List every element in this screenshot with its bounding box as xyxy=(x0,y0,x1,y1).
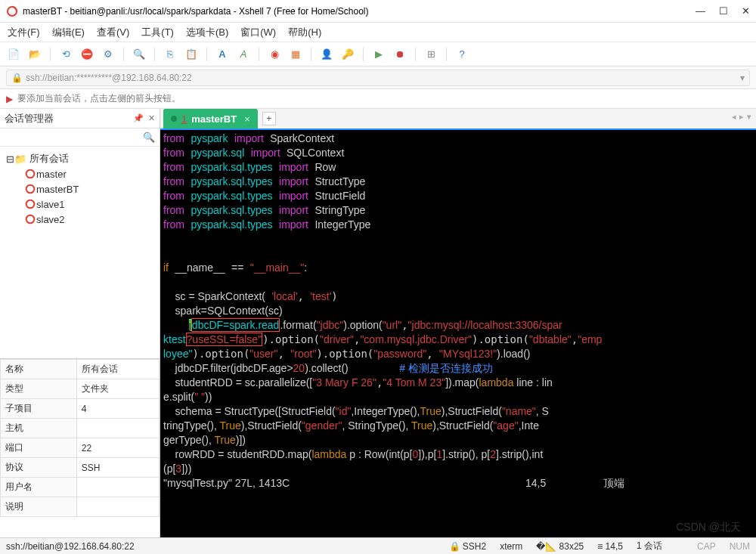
tree-root[interactable]: ⊟ 📁 所有会话 xyxy=(3,151,156,166)
menubar: 文件(F) 编辑(E) 查看(V) 工具(T) 选项卡(B) 窗口(W) 帮助(… xyxy=(0,23,756,42)
prop-row: 主机 xyxy=(1,419,160,438)
session-manager-header: 会话管理器 📌 ✕ xyxy=(0,109,160,128)
toolbar: 📄 📂 ⟲ ⛔ ⚙ 🔍 ⎘ 📋 A A ◉ ▦ 👤 🔑 ▶ ⏺ ⊞ ? xyxy=(0,42,756,67)
search-icon[interactable]: 🔍 xyxy=(132,47,147,62)
session-tree: ⊟ 📁 所有会话 master masterBT slave1 slave2 xyxy=(0,147,160,358)
menu-tabs[interactable]: 选项卡(B) xyxy=(186,26,228,39)
session-icon xyxy=(24,198,36,210)
grid-icon[interactable]: ▦ xyxy=(288,47,303,62)
sidebar: 会话管理器 📌 ✕ 🔍 ⊟ 📁 所有会话 master masterBT xyxy=(0,109,160,537)
color-icon[interactable]: A xyxy=(236,47,251,62)
collapse-icon: ⊟ xyxy=(6,153,14,165)
session-manager-title: 会话管理器 xyxy=(5,112,54,125)
addressbar: 🔒 ssh://beitian:**********@192.168.64.80… xyxy=(0,67,756,89)
hint-text: 要添加当前会话，点击左侧的箭头按钮。 xyxy=(17,92,181,105)
prop-row: 协议SSH xyxy=(1,458,160,478)
key-icon[interactable]: 🔑 xyxy=(340,47,355,62)
tab-menu-icon[interactable]: ▾ xyxy=(747,112,751,122)
prop-row: 端口22 xyxy=(1,438,160,458)
app-icon xyxy=(6,5,18,17)
status-num: NUM xyxy=(730,541,750,552)
open-icon[interactable]: 📂 xyxy=(27,47,42,62)
user-icon[interactable]: 👤 xyxy=(319,47,334,62)
tab-next-icon[interactable]: ▸ xyxy=(739,112,744,122)
lock-icon: 🔒 xyxy=(11,73,23,83)
svg-point-4 xyxy=(26,215,35,224)
session-item[interactable]: slave1 xyxy=(3,197,156,212)
tab-status-icon xyxy=(171,116,177,122)
font-icon[interactable]: A xyxy=(215,47,230,62)
close-button[interactable]: ✕ xyxy=(742,5,750,17)
status-cap: CAP xyxy=(697,541,716,552)
add-tab-button[interactable]: + xyxy=(262,112,276,125)
hint-bar: ▶ 要添加当前会话，点击左侧的箭头按钮。 xyxy=(0,89,756,109)
paste-icon[interactable]: 📋 xyxy=(184,47,199,62)
terminal[interactable]: from pyspark import SparkContext from py… xyxy=(160,130,756,537)
menu-tools[interactable]: 工具(T) xyxy=(141,26,174,39)
flag-icon: ▶ xyxy=(6,94,13,104)
session-item[interactable]: masterBT xyxy=(3,181,156,197)
status-proto: 🔒 SSH2 xyxy=(449,541,487,552)
new-session-icon[interactable]: 📄 xyxy=(6,47,21,62)
status-sessions: 1 会话 xyxy=(637,540,662,552)
status-size: �📐 83x25 xyxy=(536,541,584,552)
address-text: ssh://beitian:**********@192.168.64.80:2… xyxy=(26,73,192,83)
statusbar: ssh://beitian@192.168.64.80:22 🔒 SSH2 xt… xyxy=(0,537,756,554)
menu-file[interactable]: 文件(F) xyxy=(8,26,40,39)
disconnect-icon[interactable]: ⛔ xyxy=(79,47,94,62)
session-icon xyxy=(24,168,36,180)
swirl-icon[interactable]: ◉ xyxy=(267,47,282,62)
session-icon xyxy=(24,213,36,225)
reconnect-icon[interactable]: ⟲ xyxy=(58,47,73,62)
titlebar: masterBT - beitian@panli:/usr/local/spar… xyxy=(0,0,756,23)
tab-prev-icon[interactable]: ◂ xyxy=(732,112,736,122)
minimize-button[interactable]: — xyxy=(696,5,705,17)
svg-point-3 xyxy=(26,200,35,209)
prop-row: 用户名 xyxy=(1,478,160,497)
properties-panel: 名称所有会话 类型文件夹 子项目4 主机 端口22 协议SSH 用户名 说明 xyxy=(0,358,160,517)
session-item[interactable]: master xyxy=(3,166,156,181)
magnifier-icon: 🔍 xyxy=(143,132,155,143)
address-input[interactable]: 🔒 ssh://beitian:**********@192.168.64.80… xyxy=(6,70,750,86)
tab-active[interactable]: 1 masterBT × xyxy=(163,109,258,128)
menu-view[interactable]: 查看(V) xyxy=(97,26,129,39)
folder-icon: 📁 xyxy=(14,153,26,165)
svg-point-2 xyxy=(26,185,35,193)
help-icon[interactable]: ? xyxy=(454,47,469,62)
session-item[interactable]: slave2 xyxy=(3,212,156,227)
status-path: ssh://beitian@192.168.64.80:22 xyxy=(6,541,135,552)
menu-help[interactable]: 帮助(H) xyxy=(288,26,321,39)
script-icon[interactable]: ▶ xyxy=(371,47,386,62)
svg-point-1 xyxy=(26,170,35,178)
menu-window[interactable]: 窗口(W) xyxy=(240,26,276,39)
status-cursor: ≡ 14,5 xyxy=(597,541,623,552)
props-icon[interactable]: ⚙ xyxy=(101,47,116,62)
panel-close-icon[interactable]: ✕ xyxy=(148,113,155,123)
menu-edit[interactable]: 编辑(E) xyxy=(52,26,85,39)
copy-icon[interactable]: ⎘ xyxy=(163,47,178,62)
prop-row: 说明 xyxy=(1,497,160,517)
session-search[interactable]: 🔍 xyxy=(0,128,160,147)
tab-close-icon[interactable]: × xyxy=(244,113,250,125)
prop-row: 类型文件夹 xyxy=(1,379,160,399)
prop-row: 名称所有会话 xyxy=(1,360,160,379)
tabbar: 1 masterBT × + ◂ ▸ ▾ xyxy=(160,109,756,130)
pin-icon[interactable]: 📌 xyxy=(133,113,144,123)
status-term: xterm xyxy=(500,541,522,552)
record-icon[interactable]: ⏺ xyxy=(392,47,407,62)
window-title: masterBT - beitian@panli:/usr/local/spar… xyxy=(23,6,696,17)
maximize-button[interactable]: ☐ xyxy=(719,5,728,17)
prop-row: 子项目4 xyxy=(1,399,160,419)
layout-icon[interactable]: ⊞ xyxy=(423,47,438,62)
tab-nav: ◂ ▸ ▾ xyxy=(732,112,751,122)
address-chevron-icon[interactable]: ▾ xyxy=(740,73,745,83)
content-area: 1 masterBT × + ◂ ▸ ▾ from pyspark import… xyxy=(160,109,756,537)
session-icon xyxy=(24,183,36,195)
